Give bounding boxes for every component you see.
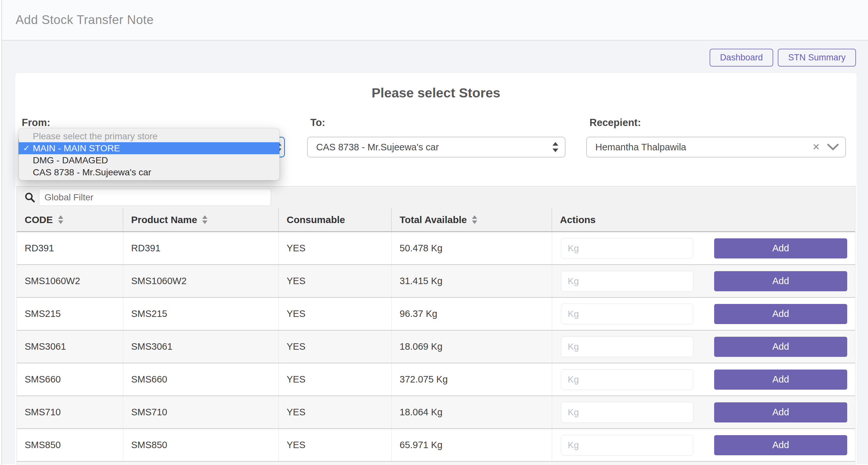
- cell-product-name: RD391: [123, 232, 279, 264]
- actions-cell: Add: [552, 429, 855, 461]
- cell-code: SMS215: [17, 298, 123, 330]
- cell-consumable: YES: [279, 363, 392, 396]
- header-cell[interactable]: Total Available: [392, 208, 552, 231]
- main-content: Dashboard STN Summary Please select Stor…: [2, 40, 868, 464]
- header-label: Consumable: [287, 214, 345, 225]
- dropdown-option[interactable]: ✓ MAIN - MAIN STORE: [19, 142, 279, 154]
- stores-heading: Please select Stores: [15, 85, 857, 101]
- cell-total-available: 18.064 Kg: [392, 396, 552, 428]
- actions-cell: Add: [552, 298, 855, 330]
- cell-product-name: SMS850: [123, 429, 279, 461]
- table-row: SMS3061 SMS3061 YES 18.069 Kg Add: [17, 331, 855, 363]
- table-body: RD391 RD391 YES 50.478 Kg Add SMS1060W2 …: [17, 232, 855, 462]
- table-header-row: CODE Product Name Consumable Total Avail…: [17, 208, 855, 232]
- dropdown-option[interactable]: DMG - DAMAGED: [19, 154, 279, 166]
- dropdown-option-label: DMG - DAMAGED: [33, 155, 108, 165]
- actions-cell: Add: [552, 363, 855, 396]
- cell-code: SMS710: [17, 396, 123, 428]
- global-filter-input[interactable]: [39, 189, 271, 206]
- recipient-label: Recepient:: [586, 117, 846, 129]
- cell-total-available: 18.069 Kg: [392, 331, 552, 363]
- add-button[interactable]: Add: [714, 238, 847, 258]
- to-label: To:: [307, 117, 565, 129]
- recipient-select-value: Hemantha Thalpawila: [587, 142, 686, 153]
- cell-consumable: YES: [279, 396, 392, 428]
- dropdown-option[interactable]: Please select the primary store: [19, 130, 279, 142]
- chevron-down-icon[interactable]: [827, 144, 839, 151]
- cell-code: SMS660: [17, 363, 123, 396]
- cell-code: SMS850: [17, 429, 123, 461]
- products-table: CODE Product Name Consumable Total Avail…: [17, 186, 855, 465]
- top-bar: Add Stock Transfer Note: [2, 0, 868, 40]
- kg-input[interactable]: [561, 336, 693, 357]
- header-label: Product Name: [131, 214, 197, 225]
- header-cell[interactable]: Product Name: [123, 208, 279, 231]
- kg-input[interactable]: [561, 435, 693, 456]
- cell-product-name: SMS215: [123, 298, 279, 330]
- clear-icon[interactable]: ✕: [812, 143, 820, 152]
- cell-total-available: 65.971 Kg: [392, 429, 552, 461]
- to-select-value: CAS 8738 - Mr.Sujeewa's car: [308, 142, 439, 153]
- cell-code: SMS1060W2: [17, 265, 123, 297]
- add-button[interactable]: Add: [714, 370, 847, 390]
- cell-product-name: SMS1060W2: [123, 265, 279, 297]
- cell-code: RD391: [17, 232, 123, 264]
- add-button[interactable]: Add: [714, 271, 847, 291]
- recipient-select[interactable]: Hemantha Thalpawila ✕: [586, 137, 846, 157]
- add-button[interactable]: Add: [714, 304, 847, 324]
- actions-cell: Add: [552, 331, 855, 363]
- kg-input[interactable]: [561, 304, 693, 324]
- dropdown-option-label: CAS 8738 - Mr.Sujeewa's car: [33, 167, 151, 178]
- to-section: To: CAS 8738 - Mr.Sujeewa's car: [307, 117, 565, 157]
- kg-input[interactable]: [561, 369, 693, 390]
- recipient-section: Recepient: Hemantha Thalpawila ✕: [586, 117, 846, 157]
- table-row: SMS1060W2 SMS1060W2 YES 31.415 Kg Add: [17, 265, 855, 298]
- cell-total-available: 50.478 Kg: [392, 232, 552, 264]
- recipient-icons: ✕: [812, 143, 839, 152]
- actions-cell: Add: [552, 396, 855, 428]
- stn-summary-button[interactable]: STN Summary: [778, 49, 856, 67]
- left-edge-divider: [1, 0, 2, 465]
- table-row: RD391 RD391 YES 50.478 Kg Add: [17, 232, 855, 265]
- header-label: Actions: [560, 214, 596, 225]
- toolbar: Dashboard STN Summary: [710, 49, 856, 67]
- filter-bar: [17, 186, 855, 208]
- dropdown-option-label: MAIN - MAIN STORE: [33, 143, 120, 154]
- dashboard-button[interactable]: Dashboard: [710, 49, 773, 67]
- dropdown-option[interactable]: CAS 8738 - Mr.Sujeewa's car: [19, 166, 279, 178]
- cell-consumable: YES: [279, 331, 392, 363]
- header-label: CODE: [25, 214, 53, 225]
- page-title: Add Stock Transfer Note: [16, 13, 154, 27]
- header-cell: Consumable: [279, 208, 392, 231]
- sort-icon: [472, 215, 477, 224]
- header-cell[interactable]: CODE: [17, 208, 123, 231]
- actions-cell: Add: [552, 265, 855, 297]
- kg-input[interactable]: [561, 238, 693, 259]
- check-icon: ✓: [23, 144, 30, 153]
- table-row: SMS660 SMS660 YES 372.075 Kg Add: [17, 363, 855, 396]
- cell-total-available: 372.075 Kg: [392, 363, 552, 396]
- page: Add Stock Transfer Note Dashboard STN Su…: [2, 0, 868, 465]
- to-select[interactable]: CAS 8738 - Mr.Sujeewa's car: [307, 137, 565, 157]
- table-row: SMS850 SMS850 YES 65.971 Kg Add: [17, 429, 855, 462]
- kg-input[interactable]: [561, 271, 693, 291]
- cell-code: SMS3061: [17, 331, 123, 363]
- dropdown-option-label: Please select the primary store: [33, 131, 157, 142]
- cell-consumable: YES: [279, 232, 392, 264]
- add-button[interactable]: Add: [714, 402, 847, 423]
- store-selection-card: Please select Stores From: Please select…: [15, 73, 857, 465]
- sort-icon: [202, 215, 208, 224]
- table-row: SMS710 SMS710 YES 18.064 Kg Add: [17, 396, 855, 429]
- header-cell: Actions: [552, 208, 855, 231]
- cell-consumable: YES: [279, 265, 392, 297]
- cell-consumable: YES: [279, 298, 392, 330]
- kg-input[interactable]: [561, 402, 693, 423]
- search-icon: [24, 192, 36, 203]
- header-label: Total Available: [400, 214, 467, 225]
- cell-product-name: SMS710: [123, 396, 279, 428]
- add-button[interactable]: Add: [714, 435, 847, 455]
- cell-product-name: SMS3061: [123, 331, 279, 363]
- store-dropdown: Please select the primary store ✓ MAIN -…: [19, 128, 279, 180]
- add-button[interactable]: Add: [714, 337, 847, 357]
- table-row-partial: [17, 462, 855, 465]
